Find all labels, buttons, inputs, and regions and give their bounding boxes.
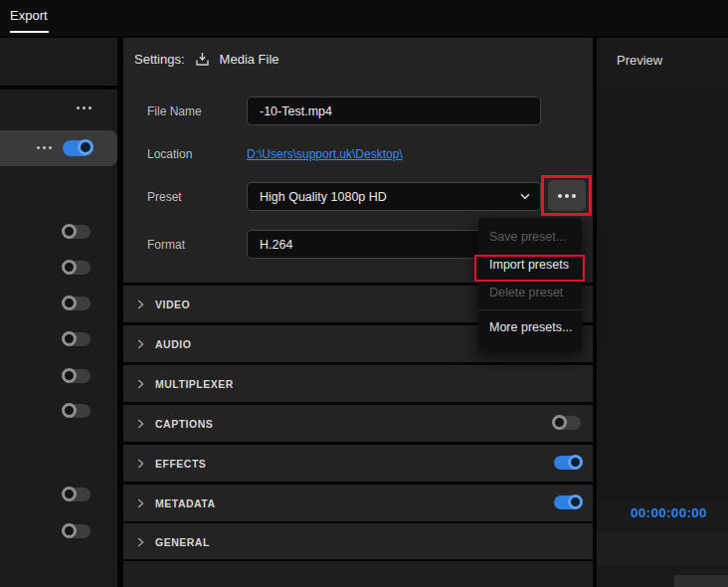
section-label: AUDIO <box>155 338 191 350</box>
chevron-right-icon <box>137 419 144 429</box>
preset-label: Preset <box>147 190 182 204</box>
destination-toggle-2[interactable] <box>64 261 91 275</box>
menu-item-import-presets[interactable]: Import presets <box>478 251 582 279</box>
preset-dropdown-value: High Quality 1080p HD <box>260 190 387 204</box>
preset-more-options-button[interactable] <box>548 180 586 211</box>
chevron-right-icon <box>137 299 144 309</box>
captions-toggle[interactable] <box>554 416 581 430</box>
section-row-multiplexer[interactable]: MULTIPLEXER <box>123 365 593 402</box>
section-row-partial <box>123 561 593 587</box>
ellipsis-icon <box>558 194 576 198</box>
destination-toggle-5[interactable] <box>64 369 91 383</box>
tab-export[interactable]: Export <box>10 8 48 23</box>
destination-toggle-8[interactable] <box>64 524 91 538</box>
chevron-right-icon <box>137 537 144 547</box>
section-label: CAPTIONS <box>155 418 213 430</box>
file-name-input[interactable] <box>247 97 541 125</box>
menu-item-save-preset: Save preset... <box>478 223 582 251</box>
chevron-right-icon <box>137 339 144 349</box>
destinations-sidebar <box>0 90 117 587</box>
section-row-metadata[interactable]: METADATA <box>123 485 593 521</box>
destination-name-label: Media File <box>220 52 279 67</box>
section-label: GENERAL <box>155 536 210 548</box>
chevron-down-icon <box>520 193 530 200</box>
file-name-label: File Name <box>147 104 202 118</box>
destination-toggle-7[interactable] <box>64 488 91 501</box>
section-row-general[interactable]: GENERAL <box>123 523 593 559</box>
bottom-control-partial <box>674 575 728 587</box>
timecode-display: 00:00:00:00 <box>631 505 707 520</box>
section-row-captions[interactable]: CAPTIONS <box>123 405 593 442</box>
section-label: EFFECTS <box>155 458 206 470</box>
export-window: Export Settings: Me <box>0 0 728 587</box>
format-dropdown-value: H.264 <box>260 238 292 252</box>
destination-item-active[interactable] <box>0 130 117 166</box>
menu-item-delete-preset: Delete preset <box>478 279 582 306</box>
chevron-right-icon <box>137 379 144 389</box>
metadata-toggle[interactable] <box>554 495 581 509</box>
tab-export-active-underline <box>10 31 49 33</box>
preview-panel: Preview 00:00:00:00 <box>597 38 728 587</box>
chevron-right-icon <box>137 498 144 508</box>
top-bar: Export <box>0 0 728 36</box>
destination-toggle-4[interactable] <box>64 332 91 346</box>
menu-item-more-presets[interactable]: More presets... <box>478 313 582 341</box>
preview-title: Preview <box>617 53 662 68</box>
format-label: Format <box>147 238 185 252</box>
section-label: METADATA <box>155 497 216 509</box>
preview-timeline <box>597 532 728 566</box>
preview-viewport <box>597 86 728 501</box>
destination-toggle-6[interactable] <box>64 404 91 418</box>
destination-toggle-3[interactable] <box>64 296 91 310</box>
settings-header: Settings: Media File <box>134 51 279 68</box>
destination-toggle-active[interactable] <box>63 140 91 156</box>
media-file-icon <box>194 51 211 68</box>
effects-toggle[interactable] <box>554 456 581 470</box>
section-row-effects[interactable]: EFFECTS <box>123 445 593 482</box>
menu-separator <box>478 309 582 310</box>
preset-dropdown[interactable]: High Quality 1080p HD <box>247 182 541 211</box>
section-label: MULTIPLEXER <box>155 378 234 390</box>
chevron-right-icon <box>137 459 144 469</box>
location-label: Location <box>147 147 192 161</box>
destination-more-options-icon[interactable] <box>37 146 52 149</box>
sidebar-header-panel <box>0 38 117 86</box>
section-label: VIDEO <box>155 298 190 310</box>
preset-context-menu: Save preset... Import presets Delete pre… <box>478 218 582 351</box>
location-link[interactable]: D:\Users\support.uk\Desktop\ <box>247 147 403 161</box>
destination-toggle-1[interactable] <box>64 225 91 239</box>
sidebar-more-options-icon[interactable] <box>77 106 91 109</box>
settings-label: Settings: <box>134 52 185 67</box>
